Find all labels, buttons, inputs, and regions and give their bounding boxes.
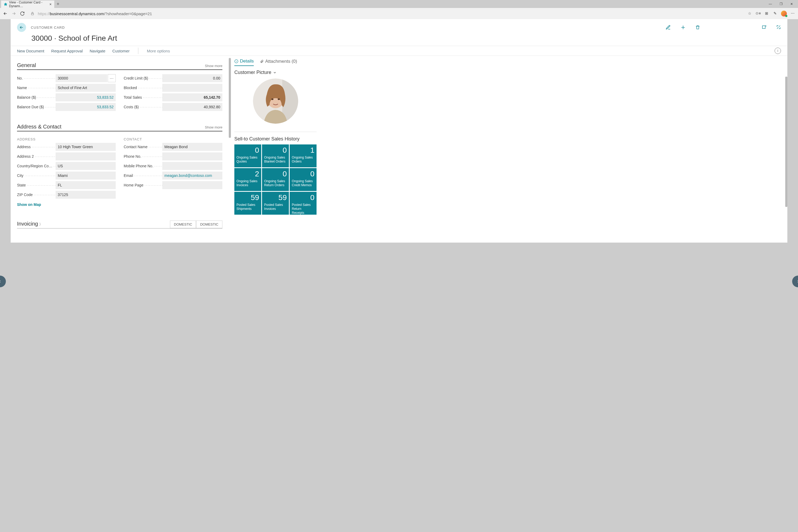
menu-more-options[interactable]: More options [147,49,170,53]
field-address[interactable]: 10 High Tower Green [56,143,116,151]
field-city[interactable]: Miami [56,172,116,179]
address-show-more[interactable]: Show more [205,125,222,130]
browser-refresh-icon[interactable] [20,11,25,16]
tile-value: 2 [236,170,259,178]
label-address2: Address 2 [17,154,56,158]
sales-tile-5[interactable]: 0Ongoing Sales Credit Memos [290,168,317,191]
tile-value: 0 [292,193,315,202]
subsection-contact: CONTACT [124,137,222,141]
customer-picture-heading[interactable]: Customer Picture [234,70,317,75]
show-on-map-link[interactable]: Show on Map [17,203,116,207]
profile-avatar[interactable] [781,11,787,17]
label-homepage: Home Page [124,183,162,187]
new-button[interactable] [680,25,686,30]
tile-value: 0 [292,170,315,178]
customer-picture[interactable] [253,78,298,124]
menu-divider [138,48,138,54]
info-button[interactable]: i [775,48,781,54]
browser-tab[interactable]: View - Customer Card - Dynami… × [1,1,54,8]
label-contact-name: Contact Name [124,145,162,149]
sales-tile-8[interactable]: 0Posted Sales Return Receipts [290,192,317,215]
field-email[interactable]: meagan.bond@contoso.com [162,172,222,179]
label-credit-limit: Credit Limit ($) [124,76,162,80]
tab-attachments-label: Attachments (0) [265,59,297,64]
browser-nav-bar: https://businesscentral.dynamics.com/?sh… [0,8,798,19]
collections-icon[interactable]: ⊞ [764,11,769,16]
window-minimize-icon[interactable]: — [765,0,776,8]
tab-favicon [4,2,7,6]
sales-tile-2[interactable]: 1Ongoing Sales Orders [290,145,317,167]
field-name[interactable]: School of Fine Art [56,84,116,92]
url-protocol: https:// [38,12,50,16]
browser-tab-bar: View - Customer Card - Dynami… × + — ❐ ✕ [0,0,798,8]
tile-value: 59 [236,193,259,202]
field-blocked[interactable] [162,84,222,92]
browser-back-icon[interactable] [3,11,8,16]
browser-more-icon[interactable]: ⋯ [790,11,795,16]
label-email: Email [124,173,162,178]
menu-new-document[interactable]: New Document [17,49,44,53]
sales-tile-3[interactable]: 2Ongoing Sales Invoices [234,168,261,191]
url-bar[interactable]: https://businesscentral.dynamics.com/?sh… [28,11,744,16]
menu-navigate[interactable]: Navigate [90,49,105,53]
label-no: No. [17,76,56,80]
label-blocked: Blocked [124,86,162,90]
tab-details[interactable]: Details [234,58,254,66]
prev-record-button[interactable] [0,276,6,287]
field-balance-due[interactable]: 53,833.52 [56,103,116,111]
invoicing-tag-1[interactable]: DOMESTIC [170,221,196,228]
open-new-window-button[interactable] [762,25,766,30]
field-zip[interactable]: 37125 [56,191,116,199]
svg-point-8 [271,98,273,100]
url-path: /?showheader=0&page=21 [104,12,152,16]
no-lookup-button[interactable]: ··· [108,74,116,82]
favorites-list-icon[interactable]: ✩≡ [756,11,761,16]
tab-details-label: Details [240,58,254,64]
sales-tile-1[interactable]: 0Ongoing Sales Blanket Orders [262,145,289,167]
invoicing-tag-2[interactable]: DOMESTIC [196,221,222,228]
field-costs[interactable]: 40,992.80 [162,103,222,111]
favorite-star-icon[interactable]: ☆ [747,11,752,16]
general-show-more[interactable]: Show more [205,64,222,69]
window-controls: — ❐ ✕ [765,0,797,8]
reading-list-icon[interactable]: ✎ [773,11,778,16]
new-tab-button[interactable]: + [54,0,62,8]
tile-label: Ongoing Sales Orders [292,156,315,164]
collapse-factbox-button[interactable] [776,25,781,30]
menu-request-approval[interactable]: Request Approval [51,49,83,53]
delete-button[interactable] [695,25,700,30]
page-back-button[interactable] [17,23,26,32]
label-costs: Costs ($) [124,105,162,109]
browser-forward-icon [11,11,17,16]
menu-customer[interactable]: Customer [112,49,130,53]
tab-attachments[interactable]: Attachments (0) [260,58,297,66]
label-total-sales: Total Sales [124,95,162,99]
sales-tile-4[interactable]: 0Ongoing Sales Return Orders [262,168,289,191]
main-col-scrollbar[interactable] [229,58,231,138]
field-phone[interactable] [162,152,222,160]
field-address2[interactable] [56,152,116,160]
field-mobile[interactable] [162,162,222,170]
tab-close-icon[interactable]: × [50,2,52,6]
next-record-button[interactable] [792,276,798,287]
field-contact-name[interactable]: Meagan Bond [162,143,222,151]
window-maximize-icon[interactable]: ❐ [776,0,786,8]
field-credit-limit[interactable]: 0.00 [162,74,222,82]
label-name: Name [17,86,56,90]
sales-tile-7[interactable]: 59Posted Sales Invoices [262,192,289,215]
sales-tile-0[interactable]: 0Ongoing Sales Quotes [234,145,261,167]
edit-button[interactable] [666,25,671,30]
section-title-invoicing[interactable]: Invoicing〉 [17,221,43,228]
field-total-sales[interactable]: 65,142.70 [162,93,222,101]
field-no[interactable]: 30000 [56,74,107,82]
label-address: Address [17,145,56,149]
profile-status-dot [785,15,787,17]
sales-tile-6[interactable]: 59Posted Sales Shipments [234,192,261,215]
page-scrollbar[interactable] [785,77,787,207]
field-country[interactable]: US [56,162,116,170]
field-balance[interactable]: 53,833.52 [56,93,116,101]
svg-point-9 [278,98,280,100]
window-close-icon[interactable]: ✕ [786,0,797,8]
field-state[interactable]: FL [56,181,116,189]
field-homepage[interactable] [162,181,222,189]
